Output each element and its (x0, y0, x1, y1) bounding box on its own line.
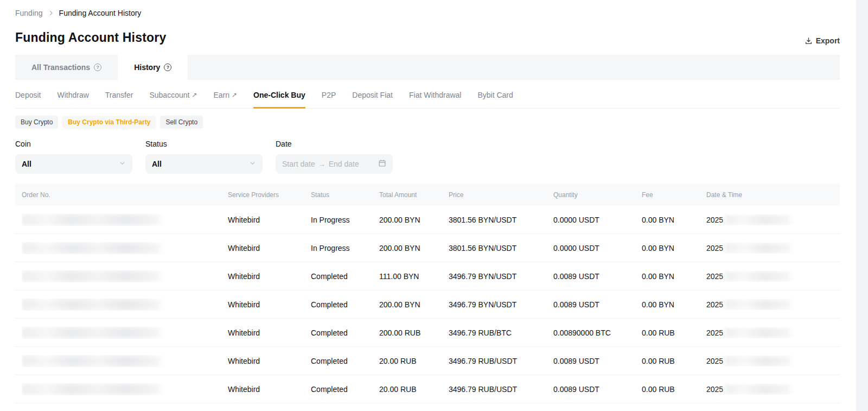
sub-tab-p2p[interactable]: P2P (322, 81, 336, 108)
status-cell: Completed (311, 300, 379, 309)
date-redacted (725, 299, 791, 310)
total-amount-cell: 111.00 BYN (379, 272, 449, 281)
fee-cell: 0.00 BYN (642, 244, 706, 252)
order-no-redacted (22, 270, 161, 282)
sub-tab-label: One-Click Buy (253, 91, 305, 99)
export-button[interactable]: Export (805, 36, 840, 45)
filters-row: Coin All Status All Date (15, 140, 840, 174)
sub-tab-fiat-withdrawal[interactable]: Fiat Withdrawal (409, 81, 461, 108)
date-redacted (725, 243, 791, 254)
price-cell: 3801.56 BYN/USDT (449, 244, 553, 252)
pill-buy-crypto[interactable]: Buy Crypto (15, 116, 58, 129)
export-label: Export (816, 36, 840, 45)
table-row: Whitebird In Progress 200.00 BYN 3801.56… (15, 234, 840, 262)
date-year: 2025 (706, 357, 723, 365)
date-time-cell: 2025 (706, 384, 825, 395)
date-time-cell: 2025 (706, 271, 825, 282)
total-amount-cell: 200.00 BYN (379, 216, 449, 224)
sub-tab-label: P2P (322, 91, 336, 99)
date-range-arrow-icon: → (318, 160, 326, 168)
table-row: Whitebird Completed 200.00 RUB 3496.79 R… (15, 319, 840, 347)
coin-select[interactable]: All (15, 154, 132, 174)
column-header-status: Status (311, 191, 379, 199)
quantity-cell: 0.0089 USDT (553, 357, 642, 365)
quantity-cell: 0.00890000 BTC (553, 328, 642, 337)
tab-all-transactions[interactable]: All Transactions ? (15, 55, 118, 80)
order-no-redacted (22, 242, 161, 254)
status-select[interactable]: All (145, 154, 263, 174)
column-header-service-providers: Service Providers (228, 191, 311, 199)
export-download-icon (805, 37, 813, 45)
order-no-cell (22, 355, 228, 367)
breadcrumb-separator-icon (48, 10, 54, 16)
info-icon[interactable]: ? (94, 64, 101, 71)
status-cell: In Progress (311, 216, 379, 224)
date-range-picker[interactable]: Start date → End date (276, 154, 393, 174)
fee-cell: 0.00 BYN (642, 216, 706, 224)
order-no-cell (22, 214, 228, 226)
total-amount-cell: 200.00 RUB (379, 328, 449, 337)
coin-select-value: All (22, 160, 119, 168)
order-no-redacted (22, 327, 161, 339)
date-year: 2025 (706, 272, 723, 281)
status-cell: Completed (311, 272, 379, 281)
sub-tab-bybit-card[interactable]: Bybit Card (477, 81, 513, 108)
quantity-cell: 0.0089 USDT (553, 385, 642, 394)
date-filter-group: Date Start date → End date (276, 140, 393, 174)
date-redacted (725, 327, 791, 338)
page-content: Funding Funding Account History Funding … (0, 0, 868, 403)
pill-sell-crypto[interactable]: Sell Crypto (160, 116, 203, 129)
sub-tab-withdraw[interactable]: Withdraw (57, 81, 88, 108)
info-icon[interactable]: ? (164, 64, 171, 71)
total-amount-cell: 200.00 BYN (379, 244, 449, 252)
coin-filter-label: Coin (15, 140, 132, 148)
sub-tab-earn[interactable]: Earn ↗ (213, 81, 237, 108)
page-right-gutter (856, 0, 868, 411)
order-no-redacted (22, 383, 161, 395)
date-redacted (725, 356, 791, 366)
price-cell: 3496.79 RUB/BTC (449, 328, 553, 337)
service-provider-cell: Whitebird (228, 328, 311, 337)
order-no-redacted (22, 214, 161, 226)
transactions-table: Order No.Service ProvidersStatusTotal Am… (15, 184, 840, 403)
table-row: Whitebird Completed 20.00 RUB 3496.79 RU… (15, 347, 840, 375)
sub-tab-label: Deposit (15, 91, 41, 99)
table-row: Whitebird Completed 200.00 BYN 3496.79 B… (15, 290, 840, 319)
sub-tab-deposit-fiat[interactable]: Deposit Fiat (352, 81, 393, 108)
status-cell: In Progress (311, 244, 379, 252)
pill-buy-crypto-via-third-party[interactable]: Buy Crypto via Third-Party (62, 116, 156, 129)
price-cell: 3496.79 BYN/USDT (449, 300, 553, 309)
sub-tab-subaccount[interactable]: Subaccount ↗ (149, 81, 197, 108)
main-tabs: All Transactions ? History ? (15, 55, 840, 80)
funding-account-history-page: Funding Funding Account History Funding … (0, 0, 868, 411)
filter-pills: Buy CryptoBuy Crypto via Third-PartySell… (15, 116, 840, 129)
status-cell: Completed (311, 385, 379, 394)
fee-cell: 0.00 RUB (642, 328, 706, 337)
sub-tab-one-click-buy[interactable]: One-Click Buy (253, 81, 305, 108)
order-no-cell (22, 270, 228, 282)
date-year: 2025 (706, 300, 723, 309)
total-amount-cell: 20.00 RUB (379, 385, 449, 394)
sub-tab-transfer[interactable]: Transfer (105, 81, 133, 108)
order-no-cell (22, 327, 228, 339)
tab-history[interactable]: History ? (118, 55, 188, 80)
total-amount-cell: 20.00 RUB (379, 357, 449, 365)
fee-cell: 0.00 BYN (642, 300, 706, 309)
sub-tab-label: Transfer (105, 91, 133, 99)
breadcrumb-current: Funding Account History (59, 9, 142, 17)
column-header-order-no: Order No. (22, 191, 228, 199)
breadcrumb-funding-link[interactable]: Funding (15, 9, 43, 17)
calendar-icon (378, 159, 386, 169)
service-provider-cell: Whitebird (228, 385, 311, 394)
sub-tab-deposit[interactable]: Deposit (15, 81, 41, 108)
date-redacted (725, 384, 791, 395)
chevron-down-icon (119, 159, 126, 169)
quantity-cell: 0.0000 USDT (553, 244, 642, 252)
sub-tab-label: Fiat Withdrawal (409, 91, 461, 99)
column-header-quantity: Quantity (553, 191, 642, 199)
price-cell: 3496.79 RUB/USDT (449, 357, 553, 365)
fee-cell: 0.00 BYN (642, 272, 706, 281)
date-year: 2025 (706, 328, 723, 337)
status-filter-label: Status (145, 140, 263, 148)
sub-tab-label: Bybit Card (477, 91, 513, 99)
